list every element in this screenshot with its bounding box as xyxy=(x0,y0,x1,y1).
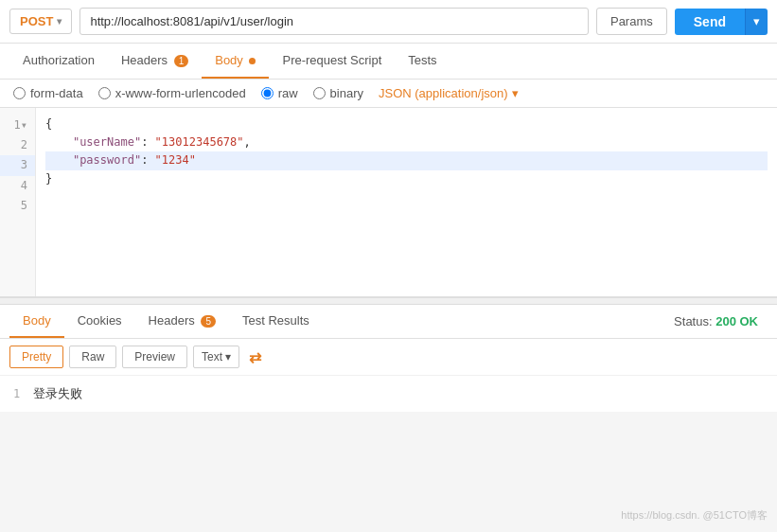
tab-headers[interactable]: Headers 1 xyxy=(108,44,202,79)
code-line-4: } xyxy=(45,170,768,188)
resp-line-number: 1 xyxy=(13,387,20,400)
response-tabs: Body Cookies Headers 5 Test Results xyxy=(9,305,323,338)
method-chevron: ▾ xyxy=(57,16,62,27)
response-options: Pretty Raw Preview Text ▾ ⇄ xyxy=(0,339,777,376)
resp-tab-body[interactable]: Body xyxy=(9,305,64,338)
code-line-2: "userName": "13012345678", xyxy=(45,133,768,151)
body-dot xyxy=(249,58,256,64)
view-preview-button[interactable]: Preview xyxy=(122,346,187,368)
line-num-2: 2 xyxy=(0,135,35,155)
view-pretty-button[interactable]: Pretty xyxy=(9,346,63,368)
raw-option[interactable]: raw xyxy=(261,86,298,100)
params-button[interactable]: Params xyxy=(596,8,667,35)
send-button[interactable]: Send xyxy=(675,9,745,35)
response-body: 1 登录失败 xyxy=(0,376,777,412)
line-num-1: 1▾ xyxy=(0,115,35,135)
send-btn-group: Send ▾ xyxy=(675,9,768,35)
text-format-selector[interactable]: Text ▾ xyxy=(193,346,239,368)
resp-headers-badge: 5 xyxy=(201,315,216,328)
view-raw-button[interactable]: Raw xyxy=(69,346,116,368)
panel-divider xyxy=(0,297,777,305)
method-value: POST xyxy=(20,14,53,28)
binary-option[interactable]: binary xyxy=(313,86,363,100)
line-num-4: 4 xyxy=(0,176,35,196)
tab-pre-request[interactable]: Pre-request Script xyxy=(269,44,395,79)
code-body[interactable]: { "userName": "13012345678", "password":… xyxy=(36,108,777,296)
method-selector[interactable]: POST ▾ xyxy=(9,9,72,34)
code-line-3: "password": "1234" xyxy=(45,151,768,169)
resp-tab-cookies[interactable]: Cookies xyxy=(64,305,135,338)
response-tab-bar: Body Cookies Headers 5 Test Results Stat… xyxy=(0,305,777,339)
status-code: 200 OK xyxy=(715,314,758,328)
status-area: Status: 200 OK xyxy=(674,314,768,328)
url-input[interactable] xyxy=(79,8,589,35)
line-numbers: 1▾ 2 3 4 5 xyxy=(0,108,36,296)
body-options-bar: form-data x-www-form-urlencoded raw bina… xyxy=(0,80,777,108)
form-data-option[interactable]: form-data xyxy=(13,86,83,100)
tab-body[interactable]: Body xyxy=(202,44,269,79)
code-line-5 xyxy=(45,188,768,206)
request-tab-bar: Authorization Headers 1 Body Pre-request… xyxy=(0,44,777,80)
json-type-selector[interactable]: JSON (application/json) ▾ xyxy=(379,86,519,100)
top-bar: POST ▾ Params Send ▾ xyxy=(0,0,777,44)
send-dropdown-button[interactable]: ▾ xyxy=(745,9,768,35)
wrap-icon[interactable]: ⇄ xyxy=(249,348,261,366)
response-section: Body Cookies Headers 5 Test Results Stat… xyxy=(0,305,777,412)
tab-tests[interactable]: Tests xyxy=(395,44,450,79)
resp-tab-headers[interactable]: Headers 5 xyxy=(135,305,229,338)
headers-badge: 1 xyxy=(174,55,189,67)
code-editor: 1▾ 2 3 4 5 { "userName": "13012345678", … xyxy=(0,108,777,297)
resp-tab-test-results[interactable]: Test Results xyxy=(229,305,323,338)
url-encoded-option[interactable]: x-www-form-urlencoded xyxy=(98,86,246,100)
line-num-3: 3 xyxy=(0,155,35,175)
tab-authorization[interactable]: Authorization xyxy=(9,44,108,79)
code-line-1: { xyxy=(45,115,768,133)
line-num-5: 5 xyxy=(0,196,35,216)
resp-body-text: 登录失败 xyxy=(33,385,82,402)
